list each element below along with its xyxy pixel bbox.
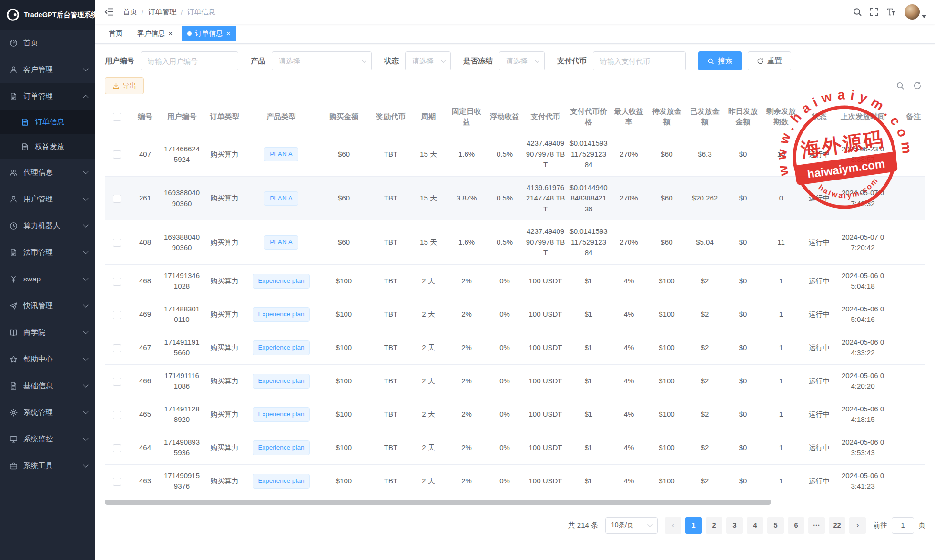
row-checkbox[interactable] bbox=[113, 239, 121, 247]
breadcrumb-item-home[interactable]: 首页 bbox=[123, 8, 137, 17]
app-root: TradeGPT后台管理系统 首页客户管理订单管理订单信息权益发放代理信息用户管… bbox=[0, 0, 935, 560]
sidebar-item-hashrate-robot[interactable]: 算力机器人 bbox=[0, 212, 95, 239]
sidebar-item-news-mgmt[interactable]: 快讯管理 bbox=[0, 292, 95, 319]
page-button-6[interactable]: 6 bbox=[788, 517, 804, 534]
frozen-select[interactable]: 请选择 bbox=[499, 51, 545, 70]
cell-pending-amount: $100 bbox=[648, 431, 686, 464]
row-checkbox[interactable] bbox=[113, 311, 121, 319]
sidebar-item-fiat-mgmt[interactable]: 法币管理 bbox=[0, 239, 95, 266]
page-button-22[interactable]: 22 bbox=[829, 517, 845, 534]
page-button-1[interactable]: 1 bbox=[685, 517, 702, 534]
cell-user-id: 1714909159376 bbox=[162, 464, 202, 498]
cell-pending-amount: $60 bbox=[648, 220, 686, 265]
cell-period: 2 天 bbox=[409, 398, 447, 431]
sidebar-subitem-rights-issue[interactable]: 权益发放 bbox=[0, 134, 95, 159]
sidebar-item-customer-mgmt[interactable]: 客户管理 bbox=[0, 56, 95, 83]
menu-item-label: 客户管理 bbox=[23, 65, 53, 75]
page-button-2[interactable]: 2 bbox=[706, 517, 722, 534]
sidebar-item-system-tools[interactable]: 系统工具 bbox=[0, 452, 95, 479]
row-checkbox[interactable] bbox=[113, 278, 121, 286]
row-checkbox[interactable] bbox=[113, 150, 121, 159]
sidebar-item-agent-info[interactable]: 代理信息 bbox=[0, 159, 95, 186]
tag-home[interactable]: 首页 bbox=[103, 26, 128, 41]
sidebar-item-basic-info[interactable]: 基础信息 bbox=[0, 372, 95, 399]
row-checkbox[interactable] bbox=[113, 195, 121, 203]
goto-input[interactable] bbox=[892, 517, 914, 534]
page-size-select[interactable]: 10条/页 bbox=[605, 517, 658, 534]
reset-button-label: 重置 bbox=[767, 56, 782, 66]
page-button-3[interactable]: 3 bbox=[726, 517, 743, 534]
cell-remaining-periods: 10 bbox=[762, 132, 800, 177]
column-header-issued-amount: 已发放金额 bbox=[686, 101, 724, 132]
more-pages-button[interactable]: ··· bbox=[808, 517, 825, 534]
sidebar-item-home[interactable]: 首页 bbox=[0, 30, 95, 56]
cell-yesterday-issued: $0 bbox=[724, 264, 762, 298]
sidebar-item-swap[interactable]: swap bbox=[0, 266, 95, 292]
refresh-icon[interactable] bbox=[913, 81, 922, 90]
sidebar-item-help-center[interactable]: 帮助中心 bbox=[0, 346, 95, 372]
sidebar-item-system-mgmt[interactable]: 系统管理 bbox=[0, 399, 95, 426]
column-header-pay-token-price: 支付代币价格 bbox=[567, 101, 610, 132]
breadcrumb-item-orders[interactable]: 订单管理 bbox=[148, 8, 176, 17]
next-page-button[interactable]: › bbox=[849, 517, 866, 534]
avatar[interactable] bbox=[905, 4, 920, 20]
row-select-cell bbox=[105, 176, 129, 220]
tag-customer-info[interactable]: 客户信息× bbox=[132, 26, 178, 41]
hamburger-icon[interactable] bbox=[104, 7, 114, 17]
cell-status: 运行中 bbox=[800, 431, 838, 464]
zoom-icon[interactable] bbox=[896, 81, 905, 90]
column-header-status: 状态 bbox=[800, 101, 838, 132]
user-menu[interactable] bbox=[905, 4, 926, 20]
page-button-4[interactable]: 4 bbox=[747, 517, 763, 534]
product-label: 产品 bbox=[251, 56, 265, 66]
export-button[interactable]: 导出 bbox=[105, 77, 144, 94]
cell-pay-token: 100 USDT bbox=[524, 364, 567, 398]
tag-order-info[interactable]: 订单信息× bbox=[182, 26, 236, 41]
page-button-5[interactable]: 5 bbox=[767, 517, 784, 534]
user-id-input[interactable] bbox=[141, 51, 238, 70]
cell-user-id: 1714911288920 bbox=[162, 398, 202, 431]
font-size-icon[interactable] bbox=[886, 7, 895, 17]
scrollbar-thumb[interactable] bbox=[105, 500, 771, 505]
close-icon[interactable]: × bbox=[226, 30, 230, 38]
search-button[interactable]: 搜索 bbox=[698, 51, 742, 70]
row-checkbox[interactable] bbox=[113, 344, 121, 352]
cell-yesterday-issued: $0 bbox=[724, 364, 762, 398]
prev-page-button[interactable]: ‹ bbox=[665, 517, 681, 534]
cell-floating-yield: 0.5% bbox=[486, 132, 524, 177]
sidebar-item-order-mgmt[interactable]: 订单管理 bbox=[0, 83, 95, 110]
cell-remark bbox=[887, 298, 925, 331]
filter-bar: 用户编号 产品 请选择 状态 请选择 bbox=[105, 51, 925, 70]
chevron-down-icon bbox=[83, 329, 88, 334]
sidebar-subitem-order-info[interactable]: 订单信息 bbox=[0, 110, 95, 134]
sidebar-item-user-mgmt[interactable]: 用户管理 bbox=[0, 186, 95, 212]
breadcrumb-separator: / bbox=[181, 8, 183, 16]
close-icon[interactable]: × bbox=[168, 30, 173, 38]
cell-last-issue-time: 2025-06-23 08:38:57 bbox=[838, 132, 887, 177]
row-select-cell bbox=[105, 464, 129, 498]
product-select[interactable]: 请选择 bbox=[272, 51, 372, 70]
cell-order-id: 408 bbox=[129, 220, 162, 265]
fullscreen-icon[interactable] bbox=[869, 7, 879, 17]
sidebar-item-system-monitor[interactable]: 系统监控 bbox=[0, 426, 95, 452]
status-select[interactable]: 请选择 bbox=[405, 51, 451, 70]
reset-button[interactable]: 重置 bbox=[748, 51, 791, 70]
column-header-fixed-daily-yield: 固定日收益 bbox=[447, 101, 486, 132]
cell-pay-token: 4237.494099079978 TBT bbox=[524, 132, 567, 177]
select-all-checkbox[interactable] bbox=[113, 113, 121, 121]
chevron-down-icon bbox=[440, 58, 446, 63]
search-icon[interactable] bbox=[853, 7, 862, 17]
column-header-last-issue-time: 上次发放时间 bbox=[838, 101, 887, 132]
pagination-total: 共 214 条 bbox=[568, 521, 598, 530]
cell-fixed-daily-yield: 2% bbox=[447, 264, 486, 298]
row-checkbox[interactable] bbox=[113, 478, 121, 486]
row-checkbox[interactable] bbox=[113, 378, 121, 386]
table-row: 4681714913461028购买算力Experience plan$100T… bbox=[105, 264, 925, 298]
pay-token-input[interactable] bbox=[593, 51, 686, 70]
row-checkbox[interactable] bbox=[113, 444, 121, 452]
cell-pay-token: 100 USDT bbox=[524, 331, 567, 364]
sidebar-item-business-school[interactable]: 商学院 bbox=[0, 319, 95, 346]
cell-status: 运行中 bbox=[800, 264, 838, 298]
cell-period: 2 天 bbox=[409, 431, 447, 464]
row-checkbox[interactable] bbox=[113, 411, 121, 419]
